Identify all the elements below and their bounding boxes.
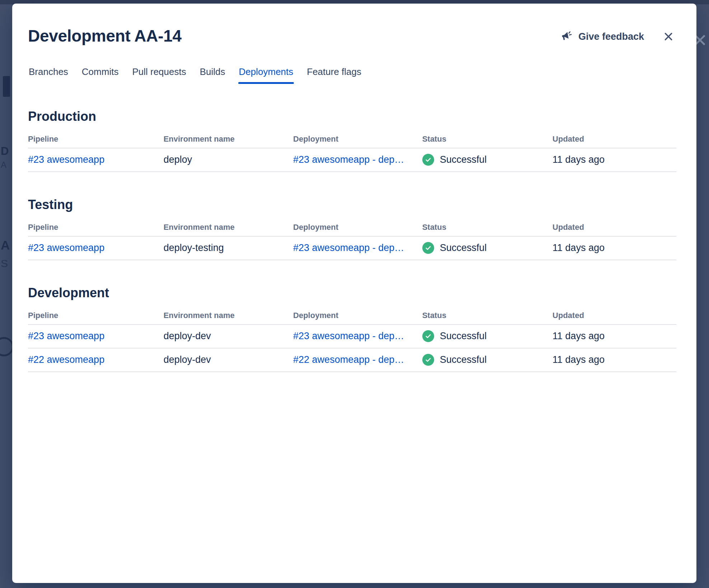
column-header-updated: Updated xyxy=(553,311,676,320)
column-header-updated: Updated xyxy=(553,223,676,232)
pipeline-link[interactable]: #23 awesomeapp xyxy=(28,331,104,341)
environment-name: deploy-dev xyxy=(164,331,293,342)
updated-value: 11 days ago xyxy=(553,242,676,253)
table-row: #23 awesomeapp deploy-dev #23 awesomeapp… xyxy=(28,325,676,348)
deployments-dialog: Development AA-14 Give feedback xyxy=(12,4,696,583)
success-check-icon xyxy=(422,330,434,342)
tab-feature-flags[interactable]: Feature flags xyxy=(306,66,362,84)
table-header-row: Pipeline Environment name Deployment Sta… xyxy=(28,219,676,237)
section-testing: Testing Pipeline Environment name Deploy… xyxy=(28,197,676,260)
table-header-row: Pipeline Environment name Deployment Sta… xyxy=(28,307,676,325)
dialog-header: Development AA-14 Give feedback xyxy=(28,27,676,46)
megaphone-icon xyxy=(560,30,573,43)
status-label: Successful xyxy=(440,242,487,253)
column-header-pipeline: Pipeline xyxy=(28,223,164,232)
background-avatar-fragment xyxy=(0,337,14,356)
pipeline-link[interactable]: #23 awesomeapp xyxy=(28,242,104,253)
table-row: #23 awesomeapp deploy-testing #23 awesom… xyxy=(28,237,676,260)
column-header-updated: Updated xyxy=(553,134,676,144)
section-title: Development xyxy=(28,285,676,300)
column-header-status: Status xyxy=(422,223,553,232)
environment-name: deploy-testing xyxy=(164,242,293,253)
column-header-deployment: Deployment xyxy=(293,311,422,320)
header-actions: Give feedback xyxy=(560,29,676,44)
section-title: Testing xyxy=(28,197,676,212)
page-title: Development AA-14 xyxy=(28,27,182,46)
background-page-fragment: A xyxy=(1,160,6,170)
column-header-pipeline: Pipeline xyxy=(28,311,164,320)
table-header-row: Pipeline Environment name Deployment Sta… xyxy=(28,131,676,148)
status-label: Successful xyxy=(440,331,487,342)
status-cell: Successful xyxy=(422,354,553,366)
status-cell: Successful xyxy=(422,154,553,166)
status-cell: Successful xyxy=(422,242,553,254)
deployment-link[interactable]: #23 awesomeapp - dep… xyxy=(293,154,404,165)
column-header-deployment: Deployment xyxy=(293,134,422,144)
pipeline-link[interactable]: #23 awesomeapp xyxy=(28,154,104,165)
success-check-icon xyxy=(422,242,434,254)
success-check-icon xyxy=(422,354,434,366)
pipeline-link[interactable]: #22 awesomeapp xyxy=(28,354,104,365)
tab-commits[interactable]: Commits xyxy=(81,66,119,84)
status-cell: Successful xyxy=(422,330,553,342)
success-check-icon xyxy=(422,154,434,166)
column-header-status: Status xyxy=(422,311,553,320)
deployment-link[interactable]: #22 awesomeapp - dep… xyxy=(293,354,404,365)
updated-value: 11 days ago xyxy=(553,354,676,365)
section-development: Development Pipeline Environment name De… xyxy=(28,285,676,372)
column-header-status: Status xyxy=(422,134,553,144)
tab-branches[interactable]: Branches xyxy=(28,66,69,84)
background-page-fragment xyxy=(3,76,10,97)
deployment-link[interactable]: #23 awesomeapp - dep… xyxy=(293,242,404,253)
environment-name: deploy-dev xyxy=(164,354,293,365)
column-header-environment: Environment name xyxy=(164,134,293,144)
close-icon xyxy=(663,31,674,42)
dialog-tabs: Branches Commits Pull requests Builds De… xyxy=(28,66,676,84)
status-label: Successful xyxy=(440,354,487,365)
give-feedback-button[interactable]: Give feedback xyxy=(560,30,644,43)
background-page-fragment: D xyxy=(1,145,9,158)
background-page-fragment: S xyxy=(1,257,8,270)
tab-deployments[interactable]: Deployments xyxy=(238,66,294,84)
updated-value: 11 days ago xyxy=(553,331,676,342)
environment-name: deploy xyxy=(164,154,293,165)
give-feedback-label: Give feedback xyxy=(578,31,644,42)
column-header-environment: Environment name xyxy=(164,311,293,320)
column-header-pipeline: Pipeline xyxy=(28,134,164,144)
updated-value: 11 days ago xyxy=(553,154,676,165)
column-header-environment: Environment name xyxy=(164,223,293,232)
table-row: #23 awesomeapp deploy #23 awesomeapp - d… xyxy=(28,148,676,172)
background-page-fragment: A xyxy=(1,238,10,252)
tab-builds[interactable]: Builds xyxy=(199,66,226,84)
deployment-link[interactable]: #23 awesomeapp - dep… xyxy=(293,331,404,342)
column-header-deployment: Deployment xyxy=(293,223,422,232)
status-label: Successful xyxy=(440,154,487,165)
section-title: Production xyxy=(28,109,676,124)
table-row: #22 awesomeapp deploy-dev #22 awesomeapp… xyxy=(28,348,676,372)
tab-pull-requests[interactable]: Pull requests xyxy=(131,66,187,84)
section-production: Production Pipeline Environment name Dep… xyxy=(28,109,676,172)
close-button[interactable] xyxy=(661,29,676,44)
